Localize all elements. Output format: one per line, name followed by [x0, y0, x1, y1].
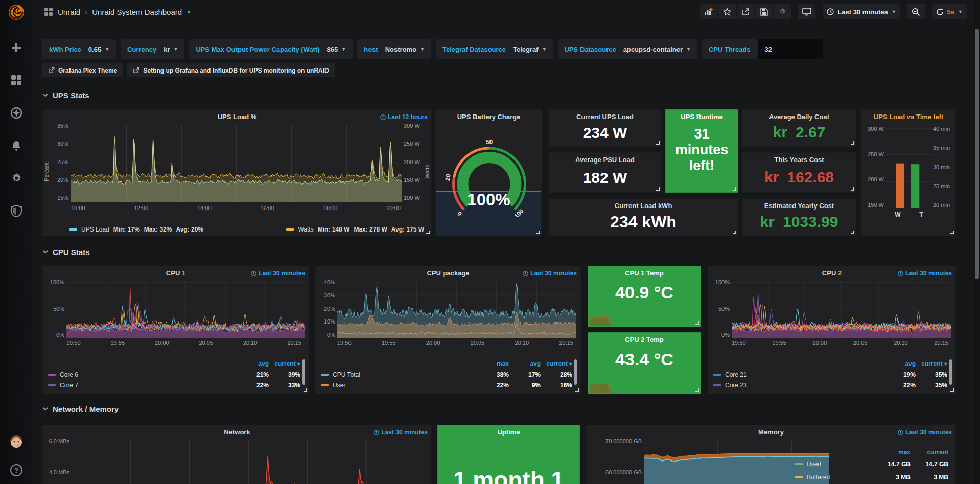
panel-title[interactable]: UPS Battery Charge: [451, 113, 526, 121]
network-chart[interactable]: [72, 440, 425, 484]
panel-title[interactable]: Current UPS Load: [564, 113, 646, 121]
load-vs-time-bar-chart[interactable]: [886, 128, 933, 208]
dashboard-grid-icon[interactable]: [44, 7, 53, 16]
alerting-bell-icon[interactable]: [10, 139, 23, 152]
variable-value[interactable]: 32▼: [758, 39, 823, 59]
legend-scrollbar[interactable]: [302, 359, 305, 385]
explore-compass-icon[interactable]: [10, 106, 23, 120]
panel-title[interactable]: Uptime: [453, 428, 564, 436]
create-plus-icon[interactable]: [10, 41, 23, 54]
dashboard-link[interactable]: Setting up Grafana and InfluxDB for UPS …: [127, 63, 334, 77]
panel-resize-handle[interactable]: [695, 388, 699, 392]
variable-value[interactable]: 865▼: [327, 45, 346, 53]
panel-title[interactable]: Current Load kWh: [564, 202, 722, 210]
time-range-picker[interactable]: Last 30 minutes ▼: [823, 4, 900, 19]
legend-column-header[interactable]: avg: [237, 360, 269, 367]
variable-value[interactable]: Telegraf▼: [513, 45, 547, 53]
variable-value[interactable]: apcupsd-container▼: [623, 45, 691, 53]
legend-column-header[interactable]: current: [911, 449, 948, 456]
panel-title[interactable]: This Years Cost: [758, 156, 841, 164]
panel-resize-handle[interactable]: [575, 388, 579, 392]
panel-time-range[interactable]: Last 12 hours: [380, 113, 428, 121]
legend-swatch[interactable]: [69, 228, 77, 231]
panel-resize-handle[interactable]: [733, 187, 736, 191]
dashboards-icon[interactable]: [10, 74, 23, 87]
legend-series[interactable]: Core 6: [48, 371, 237, 378]
panel-title[interactable]: UPS Load %: [58, 113, 416, 121]
section-header-network-memory[interactable]: Network / Memory: [42, 404, 119, 414]
legend-series[interactable]: Buffered: [795, 474, 873, 481]
legend-series[interactable]: Core 7: [48, 382, 237, 389]
variable-dropdown[interactable]: kWh Price 0.65▼: [42, 39, 116, 59]
breadcrumb-root[interactable]: Unraid: [58, 8, 80, 16]
share-button[interactable]: [737, 4, 754, 19]
panel-time-range[interactable]: Last 30 minutes: [898, 270, 952, 277]
panel-time-range[interactable]: Last 30 minutes: [898, 429, 952, 436]
panel-resize-handle[interactable]: [733, 231, 736, 234]
panel-resize-handle[interactable]: [950, 388, 954, 392]
server-admin-shield-icon[interactable]: [10, 204, 23, 218]
variable-value[interactable]: kr▼: [164, 45, 178, 53]
legend-series[interactable]: Used: [795, 460, 873, 468]
panel-title[interactable]: CPU 2 Temp: [603, 336, 685, 343]
panel-resize-handle[interactable]: [536, 231, 540, 234]
star-button[interactable]: [718, 4, 736, 19]
variable-dropdown[interactable]: Telegraf Datasource Telegraf▼: [436, 39, 553, 59]
legend-series-name[interactable]: UPS Load: [81, 226, 109, 233]
panel-title[interactable]: Average Daily Cost: [758, 113, 841, 121]
panel-title[interactable]: UPS Load vs Time left: [865, 113, 952, 121]
configuration-gear-icon[interactable]: [10, 172, 23, 185]
ups-load-chart[interactable]: [71, 125, 402, 202]
panel-title[interactable]: Memory: [602, 428, 940, 436]
refresh-picker[interactable]: 5s ▼: [932, 4, 967, 19]
legend-swatch[interactable]: [286, 228, 294, 231]
legend-series[interactable]: Core 21: [713, 371, 884, 378]
panel-title[interactable]: Network: [58, 428, 416, 436]
save-button[interactable]: [755, 4, 773, 19]
panel-resize-handle[interactable]: [656, 187, 660, 191]
panel-time-range[interactable]: Last 30 minutes: [523, 270, 577, 277]
legend-column-header[interactable]: current ▾: [269, 360, 300, 367]
legend-series[interactable]: Core 23: [713, 382, 884, 389]
grafana-logo[interactable]: [6, 2, 27, 22]
variable-dropdown[interactable]: UPS Max Output Power Capacity (Watt) 865…: [189, 39, 353, 59]
legend-series[interactable]: User: [321, 382, 477, 389]
panel-time-range[interactable]: Last 30 minutes: [374, 429, 428, 436]
section-header-ups-stats[interactable]: UPS Stats: [42, 90, 89, 100]
add-panel-button[interactable]: [700, 4, 717, 19]
variable-dropdown[interactable]: host Nostromo▼: [357, 39, 431, 59]
legend-column-header[interactable]: avg: [509, 360, 541, 367]
legend-series-name[interactable]: Watts: [298, 226, 313, 233]
panel-title[interactable]: Estimated Yearly Cost: [758, 202, 841, 210]
panel-resize-handle[interactable]: [851, 231, 854, 234]
page-scrollbar-thumb[interactable]: [975, 29, 979, 279]
help-icon[interactable]: ?: [10, 464, 23, 477]
legend-column-header[interactable]: max: [477, 360, 509, 367]
section-header-cpu-stats[interactable]: CPU Stats: [42, 247, 90, 257]
dashboard-settings-gear-button[interactable]: [774, 4, 791, 19]
panel-time-range[interactable]: Last 30 minutes: [251, 270, 305, 277]
legend-column-header[interactable]: avg: [884, 360, 916, 367]
cpu2-chart[interactable]: [732, 281, 951, 338]
variable-dropdown[interactable]: UPS Datasource apcupsd-container▼: [558, 39, 697, 59]
legend-column-header[interactable]: current ▾: [541, 360, 572, 367]
panel-title[interactable]: CPU 1 Temp: [603, 269, 685, 277]
panel-resize-handle[interactable]: [950, 231, 954, 234]
panel-resize-handle[interactable]: [656, 141, 660, 145]
variable-value[interactable]: Nostromo▼: [385, 45, 425, 53]
panel-title[interactable]: Average PSU Load: [564, 156, 646, 164]
legend-scrollbar[interactable]: [949, 359, 952, 385]
dashboard-dropdown-caret-icon[interactable]: ▾: [188, 9, 190, 15]
breadcrumb-current[interactable]: Unraid System Dashboard: [92, 8, 182, 16]
panel-resize-handle[interactable]: [695, 321, 699, 325]
legend-series[interactable]: CPU Total: [321, 371, 477, 378]
panel-resize-handle[interactable]: [304, 388, 307, 392]
zoom-out-button[interactable]: [907, 4, 925, 19]
panel-resize-handle[interactable]: [426, 231, 430, 234]
legend-column-header[interactable]: max: [873, 449, 911, 456]
legend-column-header[interactable]: current ▾: [916, 360, 947, 367]
panel-title[interactable]: UPS Runtime: [669, 113, 735, 121]
variable-dropdown[interactable]: Currency kr▼: [121, 39, 184, 59]
variable-dropdown[interactable]: CPU Threads 32▼: [702, 39, 823, 59]
panel-resize-handle[interactable]: [851, 141, 854, 145]
